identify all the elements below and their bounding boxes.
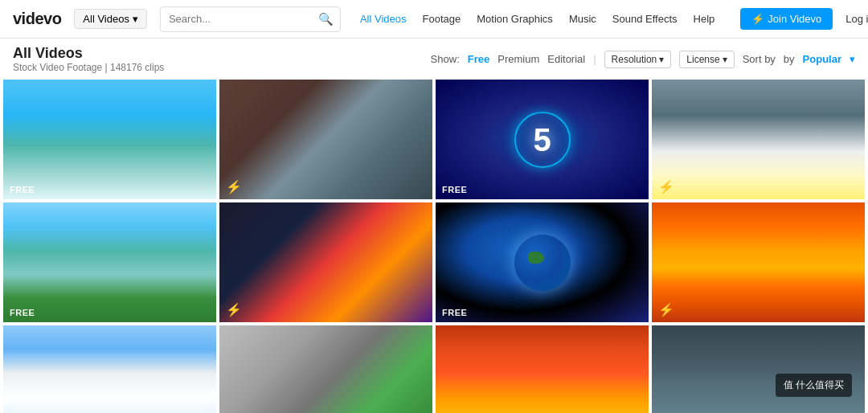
- nav-footage[interactable]: Footage: [423, 13, 461, 25]
- nav-motion-graphics[interactable]: Motion Graphics: [477, 13, 553, 25]
- login-link[interactable]: Log in: [845, 13, 868, 25]
- header: videvo All Videos ▾ 🔍 All Videos Footage…: [0, 0, 868, 39]
- chevron-down-icon: ▾: [133, 13, 138, 25]
- show-label: Show:: [431, 53, 460, 65]
- nav-sound-effects[interactable]: Sound Effects: [612, 13, 678, 25]
- resolution-chevron-icon: ▾: [659, 54, 664, 65]
- watermark-text: 值 什么值得买: [784, 379, 844, 391]
- nav-help[interactable]: Help: [694, 13, 715, 25]
- sort-by-word: by: [784, 53, 795, 65]
- join-button[interactable]: ⚡ Join Videvo: [740, 8, 833, 30]
- license-chevron-icon: ▾: [723, 54, 727, 65]
- video-card[interactable]: 5 FREE: [436, 80, 649, 199]
- page-title: All Videos: [13, 45, 164, 62]
- premium-badge: ⚡: [658, 179, 674, 194]
- video-card[interactable]: FREE: [3, 325, 216, 413]
- earth-graphic: [514, 235, 571, 291]
- search-input[interactable]: [161, 13, 312, 25]
- video-card[interactable]: FREE: [3, 80, 216, 199]
- page-info: All Videos Stock Video Footage | 148176 …: [13, 45, 164, 73]
- video-card[interactable]: FREE: [3, 202, 216, 322]
- filter-premium[interactable]: Premium: [497, 53, 539, 65]
- join-lightning-icon: ⚡: [751, 13, 764, 25]
- filter-separator: |: [593, 53, 596, 65]
- video-card[interactable]: ⚡: [652, 80, 865, 199]
- sort-chevron-icon: ▾: [850, 53, 855, 65]
- free-badge: FREE: [10, 308, 35, 317]
- main-nav: All Videos Footage Motion Graphics Music…: [360, 13, 714, 25]
- free-badge: FREE: [10, 185, 35, 194]
- sort-value[interactable]: Popular: [803, 53, 841, 65]
- video-card[interactable]: [219, 325, 432, 413]
- video-card[interactable]: ⚡: [652, 202, 865, 322]
- dropdown-label: All Videos: [83, 13, 129, 25]
- video-card[interactable]: FREE: [436, 325, 649, 413]
- category-dropdown[interactable]: All Videos ▾: [74, 9, 147, 29]
- free-badge: FREE: [442, 308, 467, 317]
- filter-free[interactable]: Free: [468, 53, 489, 65]
- filter-editorial[interactable]: Editorial: [547, 53, 585, 65]
- video-card[interactable]: ⚡: [652, 325, 865, 413]
- search-button[interactable]: 🔍: [312, 12, 340, 27]
- video-card[interactable]: ⚡: [219, 80, 432, 199]
- video-grid: FREE ⚡ 5 FREE ⚡ FREE ⚡ FREE: [0, 80, 868, 413]
- resolution-label: Resolution: [612, 54, 657, 65]
- premium-badge: ⚡: [658, 302, 674, 317]
- video-card[interactable]: ⚡: [219, 202, 432, 322]
- watermark: 值 什么值得买: [776, 374, 852, 397]
- sub-header: All Videos Stock Video Footage | 148176 …: [0, 39, 868, 80]
- sort-label: Sort by: [743, 53, 776, 65]
- search-icon: 🔍: [318, 12, 334, 26]
- join-label: Join Videvo: [768, 13, 821, 25]
- earth-land: [528, 251, 544, 264]
- logo-text: videvo: [13, 10, 61, 27]
- free-badge: FREE: [442, 185, 467, 194]
- countdown-number: 5: [533, 121, 551, 157]
- search-bar: 🔍: [160, 6, 341, 32]
- filters-bar: Show: Free Premium Editorial | Resolutio…: [431, 51, 855, 68]
- license-label: License: [686, 54, 719, 65]
- license-dropdown[interactable]: License ▾: [679, 51, 734, 68]
- resolution-dropdown[interactable]: Resolution ▾: [604, 51, 672, 68]
- clip-count: Stock Video Footage | 148176 clips: [13, 62, 164, 73]
- premium-badge: ⚡: [226, 179, 242, 194]
- video-card[interactable]: FREE: [436, 202, 649, 322]
- nav-music[interactable]: Music: [569, 13, 596, 25]
- logo[interactable]: videvo: [13, 10, 61, 28]
- nav-all-videos[interactable]: All Videos: [360, 13, 407, 25]
- premium-badge: ⚡: [226, 302, 242, 317]
